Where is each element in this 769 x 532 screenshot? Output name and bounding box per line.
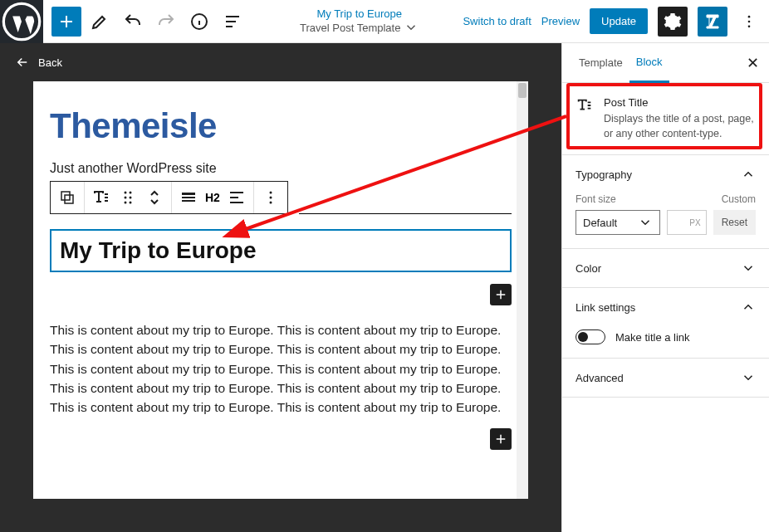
update-button[interactable]: Update (590, 8, 648, 34)
redo-button[interactable] (151, 7, 181, 37)
editor-canvas-area: Back Themeisle Just another WordPress si… (0, 43, 561, 532)
font-size-label: Font size (576, 193, 616, 205)
svg-point-8 (130, 192, 132, 194)
chevron-up-icon (741, 167, 756, 182)
settings-sidebar: Template Block ✕ Post Title Displays the… (561, 43, 769, 532)
more-menu-button[interactable] (737, 13, 761, 30)
settings-button[interactable] (658, 7, 688, 37)
svg-rect-15 (182, 200, 195, 202)
svg-point-16 (269, 192, 272, 194)
make-title-link-toggle[interactable] (576, 329, 605, 344)
svg-point-17 (269, 197, 272, 199)
svg-point-2 (748, 15, 751, 17)
custom-size-input[interactable]: PX (667, 210, 707, 235)
doc-subtitle-text: Travel Post Template (300, 20, 419, 35)
svg-point-3 (748, 20, 751, 22)
back-button[interactable]: Back (0, 43, 561, 81)
svg-rect-6 (65, 195, 73, 203)
advanced-header[interactable]: Advanced (562, 359, 769, 397)
post-content-block[interactable]: This is content about my trip to Europe.… (50, 320, 512, 417)
link-settings-header[interactable]: Link settings (562, 288, 769, 326)
typography-section: Typography Font size Custom Default PX R… (562, 155, 769, 249)
more-options-button[interactable] (261, 188, 281, 207)
chevron-up-icon (741, 300, 756, 315)
preview-button[interactable]: Preview (541, 15, 580, 27)
site-tagline[interactable]: Just another WordPress site (50, 161, 512, 176)
color-section: Color (562, 249, 769, 288)
add-block-inline-button[interactable] (490, 284, 512, 305)
text-align-button[interactable] (227, 188, 247, 207)
doc-title-text: My Trip to Europe (316, 7, 402, 20)
add-block-inline-button-2[interactable] (490, 428, 512, 450)
svg-rect-13 (182, 193, 195, 195)
block-card-title: Post Title (604, 96, 756, 109)
svg-rect-14 (182, 197, 195, 198)
editor-top-bar: My Trip to Europe Travel Post Template S… (0, 0, 769, 43)
site-title[interactable]: Themeisle (50, 106, 512, 146)
chevron-down-icon (638, 215, 653, 230)
block-type-icon[interactable] (57, 188, 77, 207)
chevron-down-icon (741, 261, 756, 276)
reset-button[interactable]: Reset (713, 210, 756, 235)
svg-rect-5 (61, 192, 70, 200)
chevron-down-icon (404, 20, 419, 35)
color-header[interactable]: Color (562, 249, 769, 287)
svg-point-10 (130, 197, 132, 199)
toolbar-right: Switch to draft Preview Update (463, 7, 769, 37)
svg-point-18 (269, 202, 272, 204)
tab-block[interactable]: Block (629, 44, 669, 83)
svg-point-4 (748, 25, 751, 27)
svg-point-12 (130, 202, 132, 204)
block-card-description: Displays the title of a post, page, or a… (604, 112, 756, 141)
tab-template[interactable]: Template (572, 43, 629, 82)
move-arrows-icon[interactable] (144, 188, 164, 207)
undo-button[interactable] (118, 7, 148, 37)
arrow-left-icon (15, 55, 30, 70)
link-settings-section: Link settings Make title a link (562, 288, 769, 359)
scrollbar[interactable] (517, 81, 528, 499)
sidebar-tabs: Template Block ✕ (562, 43, 769, 83)
wordpress-logo[interactable] (0, 0, 43, 43)
plugin-button[interactable] (698, 7, 727, 37)
block-toolbar: H2 (50, 181, 288, 214)
typography-header[interactable]: Typography (562, 155, 769, 193)
align-button[interactable] (179, 188, 198, 207)
block-card: Post Title Displays the title of a post,… (562, 83, 769, 155)
post-title-icon[interactable] (91, 188, 111, 207)
advanced-section: Advanced (562, 359, 769, 398)
svg-point-9 (125, 197, 127, 199)
back-label: Back (38, 56, 62, 69)
custom-label: Custom (722, 193, 756, 205)
close-sidebar-button[interactable]: ✕ (747, 54, 759, 72)
list-view-button[interactable] (218, 7, 247, 37)
switch-to-draft-button[interactable]: Switch to draft (463, 15, 531, 27)
svg-point-7 (125, 192, 127, 194)
post-title-icon (576, 96, 594, 141)
heading-level-button[interactable]: H2 (205, 191, 220, 204)
font-size-select[interactable]: Default (576, 210, 660, 235)
post-title-block[interactable]: My Trip to Europe (50, 229, 512, 272)
edit-mode-button[interactable] (85, 7, 115, 37)
info-button[interactable] (184, 7, 214, 37)
editor-canvas[interactable]: Themeisle Just another WordPress site (33, 81, 528, 499)
svg-point-0 (3, 3, 39, 39)
separator-line (299, 213, 512, 214)
chevron-down-icon (741, 370, 756, 385)
make-title-link-label: Make title a link (615, 331, 690, 344)
toolbar-left (43, 7, 256, 37)
svg-point-11 (125, 202, 127, 204)
document-title[interactable]: My Trip to Europe Travel Post Template (256, 7, 463, 35)
add-block-button[interactable] (51, 7, 81, 37)
drag-handle-icon[interactable] (118, 188, 138, 207)
